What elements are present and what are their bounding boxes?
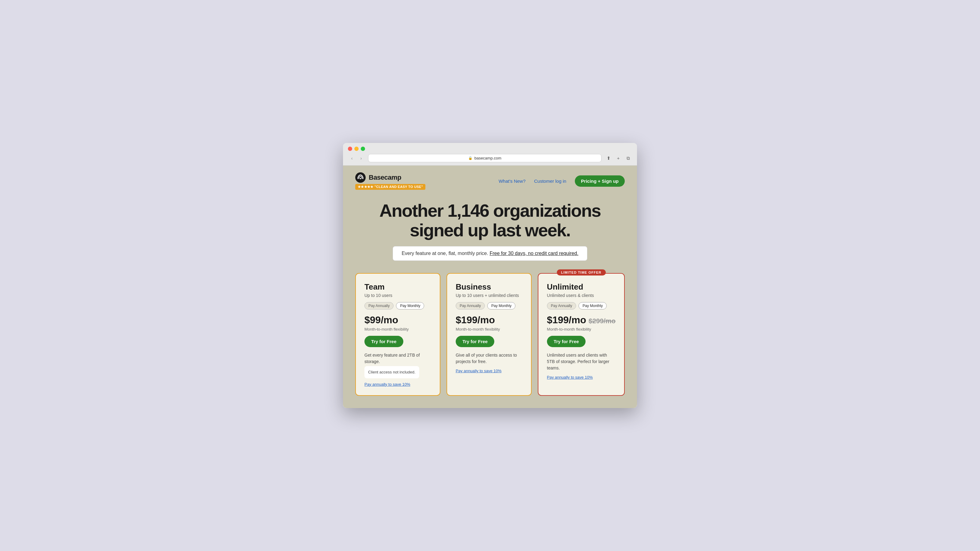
business-price-row: $199/mo: [456, 314, 522, 326]
page-content: Basecamp ★★★★★ "CLEAN AND EASY TO USE" W…: [343, 166, 637, 408]
business-save-link[interactable]: Pay annually to save 10%: [456, 368, 522, 373]
team-plan-description: Up to 10 users: [364, 293, 431, 298]
browser-window: ‹ › 🔒 basecamp.com ⬆ + ⧉: [343, 143, 637, 408]
close-button[interactable]: [348, 147, 352, 151]
svg-point-0: [355, 172, 366, 183]
basecamp-logo-icon: [355, 172, 366, 183]
minimize-button[interactable]: [354, 147, 359, 151]
business-price-period: Month-to-month flexibility: [456, 327, 522, 332]
pricing-card-unlimited: LIMITED TIME OFFER Unlimited Unlimited u…: [538, 273, 625, 396]
svg-point-1: [360, 178, 361, 179]
site-header: Basecamp ★★★★★ "CLEAN AND EASY TO USE" W…: [343, 166, 637, 195]
logo-rx: Basecamp: [369, 173, 401, 181]
nav-buttons: ‹ ›: [348, 154, 365, 162]
team-try-btn[interactable]: Try for Free: [364, 336, 403, 347]
traffic-lights: [348, 147, 632, 151]
unlimited-plan-name: Unlimited: [547, 282, 616, 292]
business-billing-toggle: Pay Annually Pay Monthly: [456, 302, 522, 310]
business-price: $199/mo: [456, 314, 495, 326]
lock-icon: 🔒: [468, 156, 473, 160]
signup-button[interactable]: Pricing + Sign up: [575, 175, 625, 187]
unlimited-price-original: $299/mo: [589, 317, 616, 325]
business-pay-monthly-btn[interactable]: Pay Monthly: [487, 302, 515, 310]
hero-section: Another 1,146 organizations signed up la…: [343, 195, 637, 270]
unlimited-price-row: $199/mo $299/mo: [547, 314, 616, 326]
url-text: basecamp.com: [474, 156, 501, 160]
rating-badge: ★★★★★ "CLEAN AND EASY TO USE": [355, 184, 425, 190]
team-pay-monthly-btn[interactable]: Pay Monthly: [396, 302, 424, 310]
team-price-row: $99/mo: [364, 314, 431, 326]
unlimited-pay-annually-btn[interactable]: Pay Annually: [547, 302, 576, 310]
tabs-button[interactable]: ⧉: [624, 154, 632, 162]
team-pay-annually-btn[interactable]: Pay Annually: [364, 302, 393, 310]
hero-subtitle-highlight: Free for 30 days, no credit card require…: [490, 251, 579, 256]
unlimited-save-link[interactable]: Pay annually to save 10%: [547, 375, 616, 380]
team-price: $99/mo: [364, 314, 398, 326]
team-plan-name: Team: [364, 282, 431, 292]
business-plan-name: Business: [456, 282, 522, 292]
business-plan-description: Up to 10 users + unlimited clients: [456, 293, 522, 298]
hero-title: Another 1,146 organizations signed up la…: [355, 201, 625, 240]
unlimited-plan-description: Unlimited users & clients: [547, 293, 616, 298]
business-pay-annually-btn[interactable]: Pay Annually: [456, 302, 485, 310]
customer-login-link[interactable]: Customer log in: [534, 178, 566, 184]
logo-row: Basecamp: [355, 172, 401, 183]
logo-area: Basecamp ★★★★★ "CLEAN AND EASY TO USE": [355, 172, 425, 190]
browser-toolbar: ‹ › 🔒 basecamp.com ⬆ + ⧉: [348, 154, 632, 162]
team-price-period: Month-to-month flexibility: [364, 327, 431, 332]
share-button[interactable]: ⬆: [605, 154, 612, 162]
hero-subtitle: Every feature at one, flat, monthly pric…: [393, 246, 587, 261]
browser-action-buttons: ⬆ + ⧉: [605, 154, 632, 162]
team-tooltip: Client access not included.: [364, 366, 419, 378]
business-features: Give all of your clients access to proje…: [456, 352, 522, 365]
browser-chrome: ‹ › 🔒 basecamp.com ⬆ + ⧉: [343, 143, 637, 166]
unlimited-price-period: Month-to-month flexibility: [547, 327, 616, 332]
rating-text: ★★★★★ "CLEAN AND EASY TO USE": [358, 185, 423, 189]
team-save-link[interactable]: Pay annually to save 10%: [364, 382, 431, 387]
business-try-btn[interactable]: Try for Free: [456, 336, 495, 347]
unlimited-pay-monthly-btn[interactable]: Pay Monthly: [579, 302, 607, 310]
team-features: Get every feature and 2TB of storage. Cl…: [364, 352, 431, 378]
unlimited-features: Unlimited users and clients with 5TB of …: [547, 352, 616, 371]
unlimited-price: $199/mo: [547, 314, 586, 326]
address-bar[interactable]: 🔒 basecamp.com: [368, 154, 601, 162]
whats-new-link[interactable]: What's New?: [499, 178, 525, 184]
pricing-card-business: Business Up to 10 users + unlimited clie…: [447, 273, 531, 396]
unlimited-try-btn[interactable]: Try for Free: [547, 336, 586, 347]
main-nav: What's New? Customer log in Pricing + Si…: [499, 175, 625, 187]
forward-button[interactable]: ›: [357, 154, 365, 162]
pricing-card-team: Team Up to 10 users Pay Annually Pay Mon…: [355, 273, 441, 396]
back-button[interactable]: ‹: [348, 154, 356, 162]
unlimited-billing-toggle: Pay Annually Pay Monthly: [547, 302, 616, 310]
pricing-grid: Team Up to 10 users Pay Annually Pay Mon…: [343, 270, 637, 396]
team-billing-toggle: Pay Annually Pay Monthly: [364, 302, 431, 310]
maximize-button[interactable]: [361, 147, 365, 151]
limited-offer-badge: LIMITED TIME OFFER: [557, 269, 606, 275]
new-tab-button[interactable]: +: [614, 154, 622, 162]
hero-subtitle-plain: Every feature at one, flat, monthly pric…: [401, 251, 489, 256]
